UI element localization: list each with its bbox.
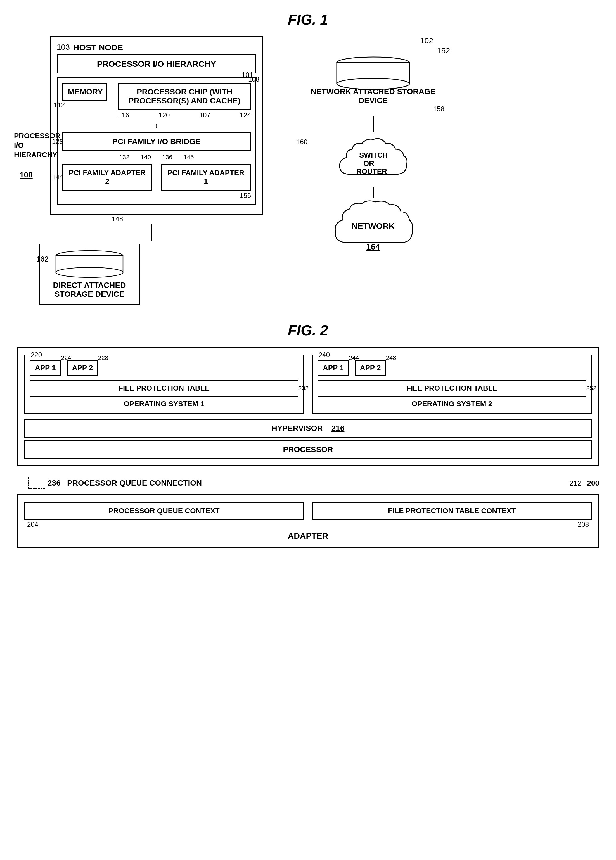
ref-160: 160 (296, 138, 308, 146)
ref-116: 116 (118, 111, 129, 119)
network-ref: 164 (296, 242, 450, 251)
processor-bar: PROCESSOR (24, 440, 592, 459)
processor-queue-conn-area: 236 PROCESSOR QUEUE CONNECTION 212 200 (17, 477, 599, 489)
adapter-inner-row: PROCESSOR QUEUE CONTEXT 204 FILE PROTECT… (24, 502, 592, 520)
ref-128: 128 (52, 138, 63, 146)
os2-app2-ref: 248 (386, 354, 396, 361)
das-box: DIRECT ATTACHED STORAGE DEVICE (39, 244, 140, 305)
svg-text:SWITCH: SWITCH (359, 151, 388, 159)
ref-124: 124 (240, 111, 251, 119)
processor-io-label: PROCESSOR I/O HIERARCHY (14, 131, 47, 160)
fig1-title: FIG. 1 (17, 11, 599, 28)
os2-fpt-ref: 252 (586, 385, 596, 392)
svg-text:ROUTER: ROUTER (356, 167, 387, 176)
os1-apps-row: APP 1 224 APP 2 228 (30, 360, 299, 376)
os1-app2-ref: 228 (98, 354, 108, 361)
nas-label: NETWORK ATTACHED STORAGE DEVICE (296, 87, 450, 105)
ref-152: 152 (296, 46, 450, 55)
adapter-label: ADAPTER (24, 531, 592, 541)
fpt-ref: 208 (578, 521, 589, 528)
os2-app2: APP 2 (355, 360, 386, 376)
host-node-label: HOST NODE (73, 43, 123, 52)
fig2-section: FIG. 2 220 APP 1 224 APP 2 228 F (17, 322, 599, 548)
file-protection-context: FILE PROTECTION TABLE CONTEXT (312, 502, 592, 520)
pci-bridge: PCI FAMILY I/O BRIDGE (62, 132, 251, 151)
inner-processor-box: MEMORY 112 PROCESSOR CHIP (WITH PROCESSO… (57, 77, 256, 205)
os1-app2: APP 2 (67, 360, 98, 376)
cloud-shape: SWITCH OR ROUTER (334, 135, 412, 185)
adapter-box: PROCESSOR QUEUE CONTEXT 204 FILE PROTECT… (17, 494, 599, 548)
ref-100: 100 (20, 170, 33, 179)
svg-text:OR: OR (363, 159, 374, 168)
processor-queue-context: PROCESSOR QUEUE CONTEXT (24, 502, 304, 520)
network-label: NETWORK (296, 221, 450, 231)
ref-136: 136 (162, 154, 173, 161)
fig2-os-row: 220 APP 1 224 APP 2 228 FILE PROTECTION … (24, 355, 592, 414)
ref-108: 108 (248, 75, 259, 83)
ref-103: 103 (57, 43, 70, 52)
ref-144: 144 (52, 173, 63, 181)
das-label: DIRECT ATTACHED STORAGE DEVICE (48, 281, 130, 299)
os1-app1: APP 1 (30, 360, 61, 376)
pci-adapter2: PCI FAMILY ADAPTER 2 (62, 164, 152, 191)
ref-156: 156 (62, 191, 251, 199)
ref-200: 200 (587, 479, 599, 488)
os2-box: 240 APP 1 244 APP 2 248 FILE PROTECTION … (312, 355, 592, 414)
nas-cylinder (334, 56, 412, 90)
ref-212: 212 (569, 479, 581, 488)
os2-app1: APP 1 (317, 360, 349, 376)
os2-file-protection: FILE PROTECTION TABLE (317, 380, 586, 397)
ref-120: 120 (159, 111, 170, 119)
ref-145: 145 (184, 154, 194, 161)
os1-ref: 220 (31, 351, 42, 359)
os1-fpt-ref: 232 (298, 385, 308, 392)
pq-ref: 204 (27, 521, 38, 528)
fig2-title: FIG. 2 (17, 322, 599, 339)
ref-102: 102 (296, 36, 433, 45)
os1-label: OPERATING SYSTEM 1 (30, 400, 299, 408)
memory-box: MEMORY (62, 83, 107, 101)
fig1-section: FIG. 1 PROCESSOR I/O HIERARCHY 100 103 H… (17, 11, 599, 305)
os2-ref: 240 (319, 351, 330, 359)
processor-queue-conn-label: 236 PROCESSOR QUEUE CONNECTION (47, 479, 202, 488)
processor-chip-box: PROCESSOR CHIP (WITH PROCESSOR(S) AND CA… (118, 83, 251, 110)
os1-file-protection: FILE PROTECTION TABLE (30, 380, 299, 397)
os2-apps-row: APP 1 244 APP 2 248 (317, 360, 586, 376)
ref-132: 132 (119, 154, 130, 161)
ref-140: 140 (141, 154, 151, 161)
hypervisor-bar: HYPERVISOR 216 (24, 419, 592, 438)
ref-148: 148 (112, 215, 268, 223)
ref-112: 112 (53, 101, 65, 109)
hypervisor-ref: 216 (332, 424, 345, 433)
svg-point-2 (56, 267, 123, 278)
pci-adapters-row: PCI FAMILY ADAPTER 2 144 PCI FAMILY ADAP… (62, 164, 251, 191)
pci-adapter1: PCI FAMILY ADAPTER 1 (161, 164, 251, 191)
os2-label: OPERATING SYSTEM 2 (317, 400, 586, 408)
os1-box: 220 APP 1 224 APP 2 228 FILE PROTECTION … (24, 355, 304, 414)
processor-io-hierarchy: PROCESSOR I/O HIERARCHY (57, 55, 256, 74)
ref-158: 158 (296, 105, 445, 113)
ref-107: 107 (199, 111, 211, 119)
